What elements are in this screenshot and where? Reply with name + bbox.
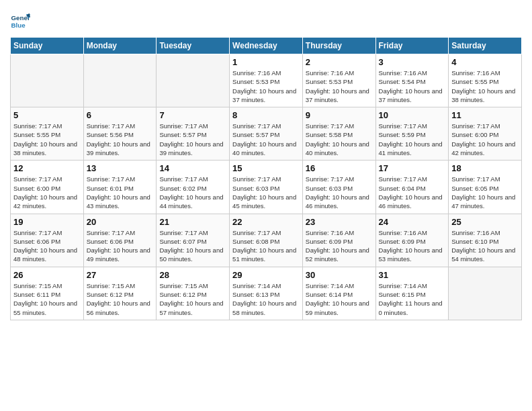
calendar-cell: 1Sunrise: 7:16 AMSunset: 5:53 PMDaylight… <box>230 54 303 107</box>
day-info: Sunrise: 7:16 AMSunset: 6:09 PMDaylight:… <box>379 228 446 264</box>
calendar-cell: 24Sunrise: 7:16 AMSunset: 6:09 PMDayligh… <box>375 214 449 267</box>
day-info: Sunrise: 7:17 AMSunset: 5:55 PMDaylight:… <box>13 122 81 157</box>
calendar-cell: 7Sunrise: 7:17 AMSunset: 5:57 PMDaylight… <box>157 107 230 161</box>
calendar-cell: 10Sunrise: 7:17 AMSunset: 5:59 PMDayligh… <box>375 107 449 161</box>
calendar-cell: 5Sunrise: 7:17 AMSunset: 5:55 PMDaylight… <box>11 107 84 161</box>
day-number: 24 <box>379 217 446 227</box>
calendar-cell: 9Sunrise: 7:17 AMSunset: 5:58 PMDaylight… <box>302 107 375 161</box>
day-number: 6 <box>87 110 154 120</box>
day-info: Sunrise: 7:17 AMSunset: 5:56 PMDaylight:… <box>87 122 154 157</box>
calendar-cell: 15Sunrise: 7:17 AMSunset: 6:03 PMDayligh… <box>230 161 303 214</box>
day-info: Sunrise: 7:17 AMSunset: 6:08 PMDaylight:… <box>232 228 300 264</box>
day-info: Sunrise: 7:17 AMSunset: 6:07 PMDaylight:… <box>159 228 226 264</box>
day-number: 30 <box>306 270 373 280</box>
day-number: 22 <box>232 217 300 227</box>
day-number: 9 <box>306 110 373 120</box>
calendar-cell: 11Sunrise: 7:17 AMSunset: 6:00 PMDayligh… <box>449 107 522 161</box>
day-info: Sunrise: 7:16 AMSunset: 5:54 PMDaylight:… <box>379 68 446 104</box>
calendar-cell: 27Sunrise: 7:15 AMSunset: 6:12 PMDayligh… <box>83 267 157 320</box>
day-info: Sunrise: 7:17 AMSunset: 5:57 PMDaylight:… <box>159 122 226 157</box>
day-info: Sunrise: 7:14 AMSunset: 6:14 PMDaylight:… <box>306 281 373 317</box>
day-number: 12 <box>13 163 81 173</box>
calendar-cell: 16Sunrise: 7:17 AMSunset: 6:03 PMDayligh… <box>302 161 375 214</box>
day-number: 14 <box>159 163 226 173</box>
calendar-cell: 17Sunrise: 7:17 AMSunset: 6:04 PMDayligh… <box>375 161 449 214</box>
calendar-week-row: 1Sunrise: 7:16 AMSunset: 5:53 PMDaylight… <box>11 54 522 107</box>
day-number: 5 <box>13 110 81 120</box>
calendar-cell: 31Sunrise: 7:14 AMSunset: 6:15 PMDayligh… <box>375 267 449 320</box>
day-info: Sunrise: 7:16 AMSunset: 5:53 PMDaylight:… <box>306 68 373 104</box>
calendar-cell: 3Sunrise: 7:16 AMSunset: 5:54 PMDaylight… <box>375 54 449 107</box>
calendar-cell: 20Sunrise: 7:17 AMSunset: 6:06 PMDayligh… <box>83 214 157 267</box>
day-number: 21 <box>159 217 226 227</box>
logo-icon: General Blue <box>10 10 30 30</box>
svg-text:Blue: Blue <box>11 21 26 29</box>
weekday-header-cell: Wednesday <box>230 38 303 54</box>
calendar-cell: 6Sunrise: 7:17 AMSunset: 5:56 PMDaylight… <box>83 107 157 161</box>
day-number: 11 <box>451 110 519 120</box>
day-info: Sunrise: 7:17 AMSunset: 6:04 PMDaylight:… <box>379 175 446 210</box>
calendar-cell: 13Sunrise: 7:17 AMSunset: 6:01 PMDayligh… <box>83 161 157 214</box>
calendar-cell: 26Sunrise: 7:15 AMSunset: 6:11 PMDayligh… <box>11 267 84 320</box>
day-number: 2 <box>306 57 373 67</box>
calendar-cell <box>83 54 157 107</box>
calendar-cell: 4Sunrise: 7:16 AMSunset: 5:55 PMDaylight… <box>449 54 522 107</box>
day-info: Sunrise: 7:15 AMSunset: 6:12 PMDaylight:… <box>159 281 226 317</box>
day-number: 1 <box>232 57 300 67</box>
calendar-cell: 22Sunrise: 7:17 AMSunset: 6:08 PMDayligh… <box>230 214 303 267</box>
day-number: 19 <box>13 217 81 227</box>
day-number: 28 <box>159 270 226 280</box>
calendar-body: 1Sunrise: 7:16 AMSunset: 5:53 PMDaylight… <box>11 54 522 320</box>
day-number: 23 <box>306 217 373 227</box>
weekday-header-cell: Tuesday <box>157 38 230 54</box>
calendar-cell: 25Sunrise: 7:16 AMSunset: 6:10 PMDayligh… <box>449 214 522 267</box>
day-number: 31 <box>379 270 446 280</box>
day-number: 4 <box>451 57 519 67</box>
day-info: Sunrise: 7:16 AMSunset: 6:10 PMDaylight:… <box>451 228 519 264</box>
day-number: 25 <box>451 217 519 227</box>
calendar-week-row: 19Sunrise: 7:17 AMSunset: 6:06 PMDayligh… <box>11 214 522 267</box>
logo: General Blue <box>10 10 30 30</box>
day-number: 26 <box>13 270 81 280</box>
day-info: Sunrise: 7:14 AMSunset: 6:15 PMDaylight:… <box>379 281 446 317</box>
day-info: Sunrise: 7:15 AMSunset: 6:11 PMDaylight:… <box>13 281 81 317</box>
day-info: Sunrise: 7:17 AMSunset: 6:02 PMDaylight:… <box>159 175 226 210</box>
calendar-cell: 2Sunrise: 7:16 AMSunset: 5:53 PMDaylight… <box>302 54 375 107</box>
calendar-cell: 23Sunrise: 7:16 AMSunset: 6:09 PMDayligh… <box>302 214 375 267</box>
calendar-week-row: 5Sunrise: 7:17 AMSunset: 5:55 PMDaylight… <box>11 107 522 161</box>
calendar-cell: 30Sunrise: 7:14 AMSunset: 6:14 PMDayligh… <box>302 267 375 320</box>
day-info: Sunrise: 7:15 AMSunset: 6:12 PMDaylight:… <box>87 281 154 317</box>
day-number: 8 <box>232 110 300 120</box>
day-info: Sunrise: 7:17 AMSunset: 6:00 PMDaylight:… <box>451 122 519 157</box>
day-number: 10 <box>379 110 446 120</box>
weekday-header-cell: Friday <box>375 38 449 54</box>
day-number: 3 <box>379 57 446 67</box>
weekday-header-cell: Monday <box>83 38 157 54</box>
calendar-cell: 14Sunrise: 7:17 AMSunset: 6:02 PMDayligh… <box>157 161 230 214</box>
calendar-cell: 18Sunrise: 7:17 AMSunset: 6:05 PMDayligh… <box>449 161 522 214</box>
day-number: 17 <box>379 163 446 173</box>
day-number: 15 <box>232 163 300 173</box>
day-number: 13 <box>87 163 154 173</box>
day-info: Sunrise: 7:17 AMSunset: 6:00 PMDaylight:… <box>13 175 81 210</box>
day-info: Sunrise: 7:17 AMSunset: 6:03 PMDaylight:… <box>232 175 300 210</box>
calendar-cell: 8Sunrise: 7:17 AMSunset: 5:57 PMDaylight… <box>230 107 303 161</box>
calendar-cell: 21Sunrise: 7:17 AMSunset: 6:07 PMDayligh… <box>157 214 230 267</box>
calendar-week-row: 12Sunrise: 7:17 AMSunset: 6:00 PMDayligh… <box>11 161 522 214</box>
day-info: Sunrise: 7:17 AMSunset: 5:57 PMDaylight:… <box>232 122 300 157</box>
weekday-header-cell: Saturday <box>449 38 522 54</box>
calendar-week-row: 26Sunrise: 7:15 AMSunset: 6:11 PMDayligh… <box>11 267 522 320</box>
day-info: Sunrise: 7:16 AMSunset: 6:09 PMDaylight:… <box>306 228 373 264</box>
calendar-cell: 12Sunrise: 7:17 AMSunset: 6:00 PMDayligh… <box>11 161 84 214</box>
calendar-cell: 19Sunrise: 7:17 AMSunset: 6:06 PMDayligh… <box>11 214 84 267</box>
day-info: Sunrise: 7:17 AMSunset: 6:01 PMDaylight:… <box>87 175 154 210</box>
day-info: Sunrise: 7:16 AMSunset: 5:53 PMDaylight:… <box>232 68 300 104</box>
weekday-header-cell: Thursday <box>302 38 375 54</box>
day-number: 16 <box>306 163 373 173</box>
calendar-cell: 29Sunrise: 7:14 AMSunset: 6:13 PMDayligh… <box>230 267 303 320</box>
day-number: 20 <box>87 217 154 227</box>
weekday-header-cell: Sunday <box>11 38 84 54</box>
day-info: Sunrise: 7:17 AMSunset: 6:05 PMDaylight:… <box>451 175 519 210</box>
day-number: 18 <box>451 163 519 173</box>
day-info: Sunrise: 7:17 AMSunset: 6:03 PMDaylight:… <box>306 175 373 210</box>
